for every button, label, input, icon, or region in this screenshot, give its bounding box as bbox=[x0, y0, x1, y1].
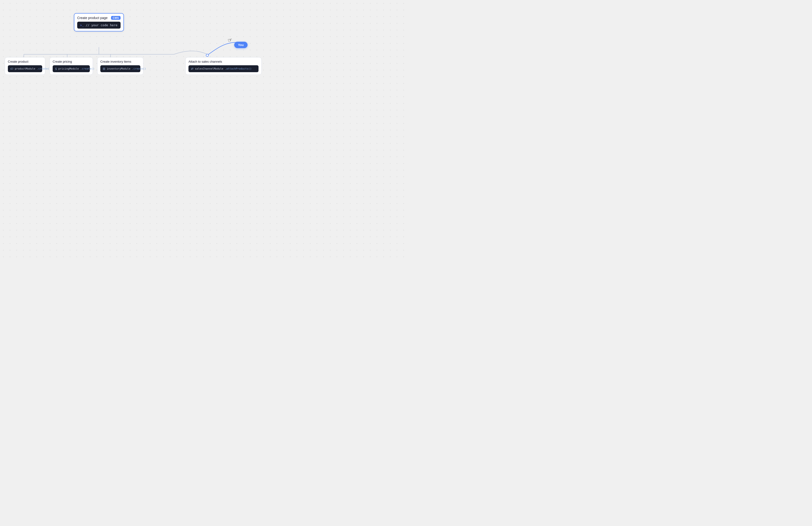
tag-icon: 🏷 bbox=[10, 67, 13, 71]
child-node-attach-sales[interactable]: Attach to sales channels ⇄ salesChannelM… bbox=[185, 57, 262, 75]
product-module-name: productModule bbox=[15, 67, 35, 70]
inventory-module-method: .create() bbox=[132, 67, 146, 70]
sales-module-name: salesChannelModule bbox=[195, 67, 223, 70]
product-module-block: 🏷 productModule .create() bbox=[8, 65, 42, 72]
child-node-title-product: Create product bbox=[8, 60, 42, 63]
code-prompt-icon: >_ bbox=[80, 23, 84, 27]
pricing-module-block: $ pricingModule .create() bbox=[53, 65, 90, 72]
sales-channel-icon: ⇄ bbox=[191, 67, 193, 71]
sales-module-method: .attachProducts() bbox=[225, 67, 251, 70]
child-node-title-inventory: Create inventory items bbox=[100, 60, 140, 63]
you-bubble: You bbox=[234, 42, 248, 48]
root-node-title: Create product page bbox=[77, 16, 108, 20]
pricing-module-name: pricingModule bbox=[58, 67, 79, 70]
child-node-title-pricing: Create pricing bbox=[53, 60, 90, 63]
canvas: Create product page CMS >_ // your code … bbox=[0, 0, 406, 263]
connector-lines bbox=[0, 0, 406, 263]
inventory-icon: ⊞ bbox=[103, 67, 105, 71]
sales-module-block: ⇄ salesChannelModule .attachProducts() bbox=[188, 65, 259, 72]
product-module-method: .create() bbox=[37, 67, 51, 70]
pricing-module-method: .create() bbox=[80, 67, 95, 70]
svg-point-8 bbox=[206, 54, 208, 57]
root-node[interactable]: Create product page CMS >_ // your code … bbox=[74, 13, 124, 31]
child-node-title-sales: Attach to sales channels bbox=[188, 60, 259, 63]
root-node-header: Create product page CMS bbox=[77, 16, 120, 20]
root-code-block: >_ // your code here bbox=[77, 22, 120, 29]
hand-cursor-icon: ☞ bbox=[227, 37, 233, 44]
child-nodes-container: Create product 🏷 productModule .create()… bbox=[5, 57, 262, 75]
child-node-create-product[interactable]: Create product 🏷 productModule .create() bbox=[5, 57, 45, 75]
cms-badge: CMS bbox=[111, 16, 120, 20]
inventory-module-name: inventoryModule bbox=[107, 67, 130, 70]
inventory-module-block: ⊞ inventoryModule .create() bbox=[100, 65, 140, 72]
root-code-text: // your code here bbox=[86, 23, 117, 27]
child-node-create-pricing[interactable]: Create pricing $ pricingModule .create() bbox=[49, 57, 93, 75]
dollar-icon: $ bbox=[55, 67, 57, 71]
child-node-create-inventory[interactable]: Create inventory items ⊞ inventoryModule… bbox=[97, 57, 143, 75]
